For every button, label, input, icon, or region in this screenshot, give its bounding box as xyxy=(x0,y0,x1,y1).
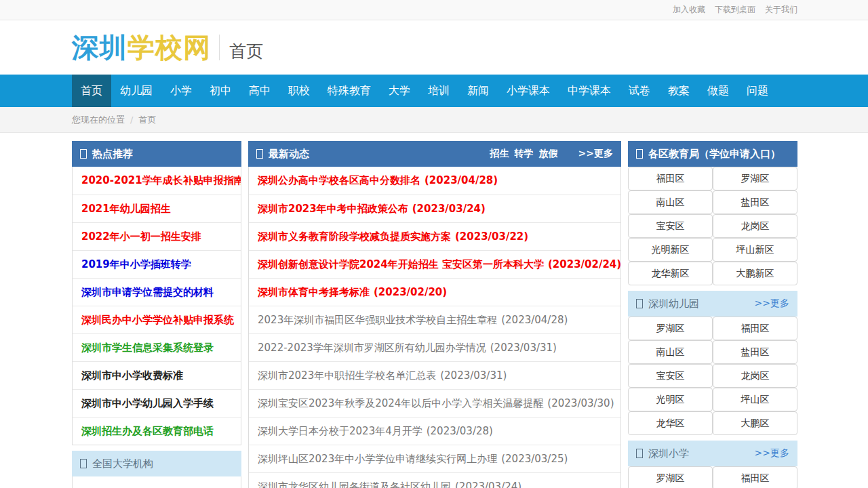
hot-item[interactable]: 深圳市中小学幼儿园入学手续 xyxy=(73,389,241,417)
news-item-date: (2023/03/31) xyxy=(440,369,507,382)
district-cell[interactable]: 坪山区 xyxy=(713,388,797,411)
enrollment-link[interactable]: 招生 xyxy=(490,148,509,160)
add-favorite-link[interactable]: 加入收藏 xyxy=(673,0,705,20)
hot-item[interactable]: 2022年小一初一招生安排 xyxy=(73,222,241,250)
bureau-panel-header: 各区教育局（学位申请入口） xyxy=(628,141,797,167)
kindergarten-district-grid: 罗湖区 福田区 南山区 盐田区 宝安区 龙岗区 光明区 坪山区 龙华区 大鹏区 xyxy=(628,317,797,435)
site-logo[interactable]: 深圳学校网 xyxy=(72,29,211,66)
news-item[interactable]: 2022-2023学年深圳市罗湖区所有幼儿园办学情况(2023/03/31) xyxy=(249,333,620,361)
about-us-link[interactable]: 关于我们 xyxy=(765,0,797,20)
news-item[interactable]: 深圳市体育中考择考标准(2023/02/20) xyxy=(249,278,620,306)
nav-item-special-education[interactable]: 特殊教育 xyxy=(319,75,380,107)
news-item-date: (2023/03/28) xyxy=(427,425,493,437)
nav-item-senior-high[interactable]: 高中 xyxy=(240,75,279,107)
nav-item-middle-textbook[interactable]: 中学课本 xyxy=(559,75,620,107)
district-cell[interactable]: 龙华区 xyxy=(628,411,713,435)
nav-item-news[interactable]: 新闻 xyxy=(458,75,498,107)
nav-item-exercises[interactable]: 做题 xyxy=(698,75,738,107)
logo-divider xyxy=(219,35,220,60)
nav-item-junior-high[interactable]: 初中 xyxy=(201,75,240,107)
district-cell[interactable]: 坪山新区 xyxy=(713,238,797,262)
nav-item-exam-papers[interactable]: 试卷 xyxy=(620,75,659,107)
nav-item-home[interactable]: 首页 xyxy=(72,75,111,107)
news-panel-header: 最新动态 招生 转学 放假 >>更多 xyxy=(248,141,621,167)
middle-column: 最新动态 招生 转学 放假 >>更多 深圳公办高中学校各区高中分数排名(2023… xyxy=(248,141,621,488)
news-item[interactable]: 深圳公办高中学校各区高中分数排名(2023/04/28) xyxy=(249,167,620,195)
district-cell[interactable]: 光明新区 xyxy=(628,238,713,262)
district-cell[interactable]: 盐田区 xyxy=(713,190,797,214)
district-cell[interactable]: 龙岗区 xyxy=(713,214,797,238)
district-cell[interactable]: 大鹏新区 xyxy=(713,262,797,285)
hot-panel-body: 2020-2021学年成长补贴申报指南 2021年幼儿园招生 2022年小一初一… xyxy=(72,167,241,445)
nav-item-lesson-plans[interactable]: 教案 xyxy=(659,75,698,107)
nav-item-primary-textbook[interactable]: 小学课本 xyxy=(498,75,559,107)
download-desktop-link[interactable]: 下载到桌面 xyxy=(715,0,755,20)
hot-item[interactable]: 深圳市申请学位需提交的材料 xyxy=(73,278,241,306)
news-item[interactable]: 深圳市龙华区幼儿园各街道及各社区幼儿园(2023/03/24) xyxy=(249,472,620,488)
hot-panel-header: 热点推荐 xyxy=(72,141,241,167)
bullet-box-icon xyxy=(636,149,643,159)
news-item-title: 深圳创新创意设计学院2024年开始招生 宝安区第一所本科大学 xyxy=(258,258,544,270)
news-item[interactable]: 深圳市义务教育阶段学校减负提质实施方案(2023/03/22) xyxy=(249,222,620,250)
district-cell[interactable]: 大鹏区 xyxy=(713,411,797,435)
kindergarten-more-link[interactable]: >>更多 xyxy=(755,298,789,310)
district-cell[interactable]: 龙岗区 xyxy=(713,364,797,388)
news-item[interactable]: 深圳市2023年中考中招政策公布(2023/03/24) xyxy=(249,195,620,222)
hot-item[interactable]: 2019年中小学插班转学 xyxy=(73,250,241,278)
news-item-date: (2023/03/31) xyxy=(490,342,557,354)
news-item[interactable]: 深圳坪山区2023年中小学学位申请继续实行网上办理(2023/03/25) xyxy=(249,445,620,472)
hot-item[interactable]: 深圳招生办及各区教育部电话 xyxy=(73,417,241,445)
nav-item-training[interactable]: 培训 xyxy=(419,75,458,107)
hot-panel-title: 热点推荐 xyxy=(92,148,133,161)
district-cell[interactable]: 南山区 xyxy=(628,190,713,214)
breadcrumb-home-link[interactable]: 首页 xyxy=(138,115,156,125)
district-cell[interactable]: 龙华新区 xyxy=(628,262,713,285)
breadcrumb-prefix: 您现在的位置 xyxy=(72,115,125,125)
news-item-date: (2023/03/25) xyxy=(501,453,568,465)
news-item[interactable]: 2023年深圳市福田区华强职业技术学校自主招生章程(2023/04/28) xyxy=(249,306,620,333)
district-cell[interactable]: 福田区 xyxy=(713,317,797,340)
nav-item-kindergarten[interactable]: 幼儿园 xyxy=(111,75,161,107)
news-item[interactable]: 深圳宝安区2023年秋季及2024年以后中小学入学相关温馨提醒(2023/03/… xyxy=(249,389,620,417)
district-cell[interactable]: 福田区 xyxy=(713,466,797,488)
news-item[interactable]: 深圳创新创意设计学院2024年开始招生 宝安区第一所本科大学(2023/02/2… xyxy=(249,250,620,278)
hot-item[interactable]: 2021年幼儿园招生 xyxy=(73,195,241,222)
district-cell[interactable]: 罗湖区 xyxy=(628,466,713,488)
bullet-box-icon xyxy=(80,459,87,468)
hot-item[interactable]: 深圳市学生信息采集系统登录 xyxy=(73,333,241,361)
news-item-title: 深圳市2023年中考中招政策公布 xyxy=(258,203,408,215)
holiday-link[interactable]: 放假 xyxy=(539,148,558,160)
nav-item-university[interactable]: 大学 xyxy=(380,75,419,107)
kindergarten-panel-title: 深圳幼儿园 xyxy=(648,298,699,310)
news-item-date: (2023/02/20) xyxy=(374,286,447,298)
news-item-title: 深圳宝安区2023年秋季及2024年以后中小学入学相关温馨提醒 xyxy=(258,397,543,409)
district-cell[interactable]: 光明区 xyxy=(628,388,713,411)
district-cell[interactable]: 南山区 xyxy=(628,340,713,364)
news-item-title: 2022-2023学年深圳市罗湖区所有幼儿园办学情况 xyxy=(258,342,486,354)
news-more-link[interactable]: >>更多 xyxy=(578,148,613,160)
bureau-district-grid: 福田区 罗湖区 南山区 盐田区 宝安区 龙岗区 光明新区 坪山新区 龙华新区 大… xyxy=(628,167,797,285)
district-cell[interactable]: 罗湖区 xyxy=(628,317,713,340)
hot-item[interactable]: 深圳市中小学收费标准 xyxy=(73,361,241,389)
news-item[interactable]: 深圳市2023年中职招生学校名单汇总表(2023/03/31) xyxy=(249,361,620,389)
news-item-date: (2023/04/28) xyxy=(425,174,498,186)
hot-item[interactable]: 深圳民办中小学学位补贴申报系统 xyxy=(73,306,241,333)
primary-panel-title: 深圳小学 xyxy=(648,447,689,460)
news-item-date: (2023/03/24) xyxy=(455,481,521,488)
nav-item-primary-school[interactable]: 小学 xyxy=(161,75,201,107)
district-cell[interactable]: 罗湖区 xyxy=(713,167,797,190)
district-cell[interactable]: 宝安区 xyxy=(628,214,713,238)
primary-more-link[interactable]: >>更多 xyxy=(755,447,789,460)
news-item[interactable]: 深圳大学日本分校于2023年4月开学(2023/03/28) xyxy=(249,417,620,445)
district-cell[interactable]: 福田区 xyxy=(628,167,713,190)
breadcrumb: 您现在的位置/首页 xyxy=(0,107,868,133)
right-column: 各区教育局（学位申请入口） 福田区 罗湖区 南山区 盐田区 宝安区 龙岗区 光明… xyxy=(628,141,797,488)
transfer-link[interactable]: 转学 xyxy=(515,148,534,160)
nav-item-vocational[interactable]: 职校 xyxy=(279,75,319,107)
news-panel-title: 最新动态 xyxy=(269,148,309,161)
breadcrumb-separator: / xyxy=(130,115,133,125)
hot-item[interactable]: 2020-2021学年成长补贴申报指南 xyxy=(73,167,241,195)
district-cell[interactable]: 盐田区 xyxy=(713,340,797,364)
nav-item-questions[interactable]: 问题 xyxy=(738,75,777,107)
district-cell[interactable]: 宝安区 xyxy=(628,364,713,388)
